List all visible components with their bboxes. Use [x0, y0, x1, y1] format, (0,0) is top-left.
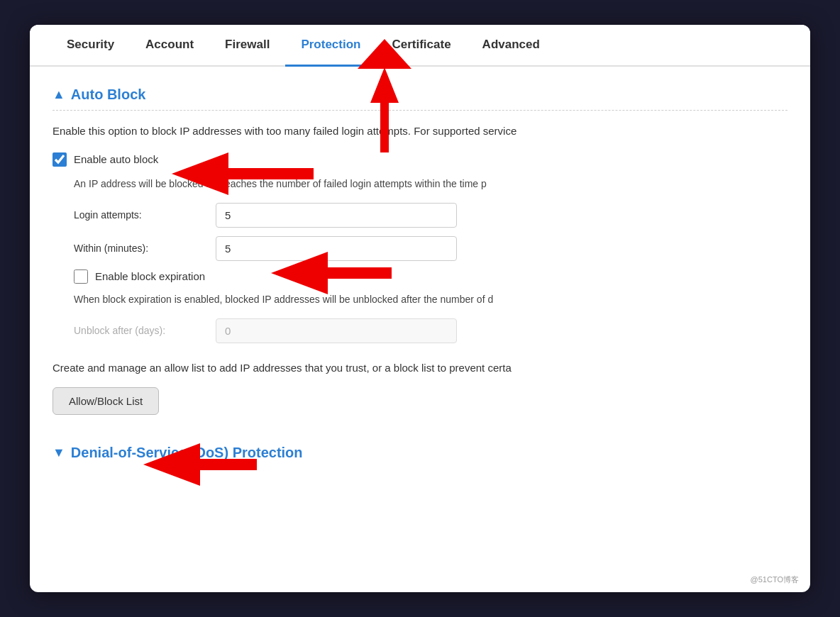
tab-bar: Security Account Firewall Protection Cer… [30, 25, 810, 67]
tab-certificate[interactable]: Certificate [376, 25, 466, 67]
tab-firewall[interactable]: Firewall [209, 25, 285, 67]
login-attempts-label: Login attempts: [74, 209, 216, 221]
autoblock-section-title: Auto Block [71, 87, 146, 103]
autoblock-chevron-icon[interactable]: ▲ [52, 87, 65, 102]
block-expiration-checkbox[interactable] [74, 269, 88, 284]
allow-block-list-button[interactable]: Allow/Block List [52, 387, 159, 415]
tab-advanced[interactable]: Advanced [467, 25, 556, 67]
login-attempts-row: Login attempts: [74, 203, 788, 228]
autoblock-section-header: ▲ Auto Block [52, 87, 788, 103]
allow-block-description: Create and manage an allow list to add I… [52, 360, 788, 377]
expiration-description: When block expiration is enabled, blocke… [74, 292, 788, 307]
dos-chevron-icon[interactable]: ▼ [52, 445, 65, 460]
tab-account[interactable]: Account [130, 25, 209, 67]
enable-autoblock-row: Enable auto block [52, 152, 788, 167]
main-content: ▲ Auto Block Enable this option to block… [30, 67, 810, 489]
unblock-after-row: Unblock after (days): [74, 318, 788, 343]
autoblock-form: Login attempts: Within (minutes): Enable… [74, 203, 788, 343]
block-expiration-label: Enable block expiration [95, 270, 205, 282]
within-minutes-input[interactable] [216, 236, 457, 261]
dos-section-title: Denial-of-Service (DoS) Protection [71, 445, 303, 461]
block-expiration-row: Enable block expiration [74, 269, 788, 284]
login-attempts-input[interactable] [216, 203, 457, 228]
dos-section-header: ▼ Denial-of-Service (DoS) Protection [52, 445, 788, 461]
autoblock-description: Enable this option to block IP addresses… [52, 123, 788, 140]
watermark: @51CTO博客 [751, 574, 799, 585]
unblock-after-label: Unblock after (days): [74, 325, 216, 336]
enable-autoblock-label: Enable auto block [74, 153, 158, 165]
section-divider [52, 110, 788, 111]
tab-security[interactable]: Security [51, 25, 130, 67]
unblock-after-input[interactable] [216, 318, 457, 343]
within-minutes-label: Within (minutes): [74, 243, 216, 254]
tab-protection[interactable]: Protection [285, 25, 376, 67]
within-minutes-row: Within (minutes): [74, 236, 788, 261]
enable-autoblock-checkbox[interactable] [52, 152, 67, 167]
autoblock-sub-description: An IP address will be blocked if it reac… [74, 177, 788, 191]
